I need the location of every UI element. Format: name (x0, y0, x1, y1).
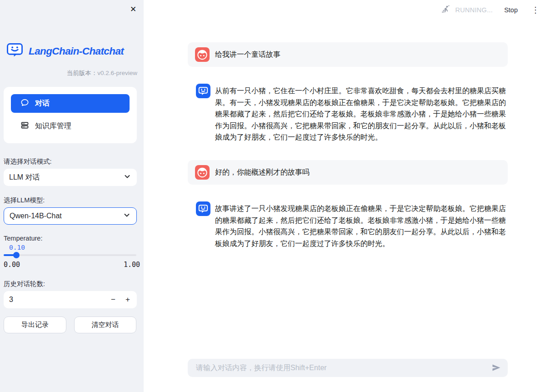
temperature-min: 0.00 (4, 261, 20, 269)
version-label: 当前版本： (67, 70, 98, 76)
user-message: 好的，你能概述刚才的故事吗 (188, 160, 508, 185)
llm-model-label: 选择LLM模型: (4, 196, 45, 205)
history-rounds-label: 历史对话轮数: (4, 280, 45, 288)
dialog-mode-value: LLM 对话 (9, 173, 40, 182)
user-message: 给我讲一个童话故事 (188, 42, 508, 67)
chat-input[interactable] (195, 363, 490, 372)
temperature-label: Temperature: (4, 235, 42, 242)
running-status-text: RUNNING... (455, 6, 493, 14)
increment-button[interactable]: + (120, 291, 135, 308)
chevron-down-icon (123, 172, 131, 182)
history-rounds-input-group: − + (4, 291, 137, 308)
history-rounds-input[interactable] (4, 296, 106, 304)
llm-model-select[interactable]: Qwen-14B-Chat (4, 207, 137, 225)
version-value: v0.2.6-preview (97, 70, 137, 76)
nav-item-dialogue[interactable]: 对话 (11, 94, 130, 113)
kebab-menu-button[interactable]: ⋮ (530, 6, 541, 14)
decrement-button[interactable]: − (106, 291, 120, 308)
export-history-button[interactable]: 导出记录 (4, 317, 66, 333)
nav-item-label: 知识库管理 (35, 121, 71, 131)
dialog-mode-select[interactable]: LLM 对话 (4, 169, 137, 186)
slider-track[interactable] (4, 254, 136, 256)
chat-input-bar (188, 359, 508, 377)
temperature-slider[interactable] (4, 252, 136, 258)
running-man-icon (441, 5, 450, 15)
app-title: LangChain-Chatchat (29, 45, 124, 57)
slider-thumb[interactable] (13, 252, 20, 258)
temperature-value: 0.10 (9, 244, 25, 251)
chat-bubble-icon (20, 98, 29, 109)
chevron-down-icon (123, 211, 131, 221)
message-text: 好的，你能概述刚才的故事吗 (215, 166, 310, 178)
version-info: 当前版本：v0.2.6-preview (67, 69, 137, 77)
header-status-area: RUNNING... Stop ⋮ (441, 0, 541, 20)
stop-button[interactable]: Stop (504, 6, 518, 14)
clear-dialogue-button[interactable]: 清空对话 (74, 317, 136, 333)
llm-model-value: Qwen-14B-Chat (10, 212, 62, 220)
assistant-message: 从前有一只小猪，它住在一个小村庄里。它非常喜欢吃甜食，每天都会去村里的糖果店买糖… (188, 84, 508, 143)
sidebar: ✕ LangChain-Chatchat 当前版本：v0.2.6-preview… (0, 0, 144, 392)
assistant-avatar (196, 201, 210, 216)
chat-bubble-smiley-icon (6, 43, 25, 60)
send-arrow-icon (491, 367, 501, 373)
message-text: 从前有一只小猪，它住在一个小村庄里。它非常喜欢吃甜食，每天都会去村里的糖果店买糖… (215, 85, 506, 143)
temperature-max: 1.00 (124, 261, 140, 269)
send-button[interactable] (490, 362, 502, 373)
user-avatar (195, 165, 210, 180)
user-avatar (195, 47, 210, 62)
close-sidebar-button[interactable]: ✕ (127, 3, 140, 15)
assistant-avatar (196, 84, 210, 98)
assistant-message: 故事讲述了一只小猪发现糖果店的老板娘正在偷糖果，于是它决定帮助老板娘。它把糖果店… (188, 201, 508, 249)
chat-message-list: 给我讲一个童话故事 从前有一只小猪，它住在一个小村庄里。它非常喜欢吃甜食，每天都… (188, 42, 508, 266)
dialog-mode-label: 请选择对话模式: (4, 157, 52, 166)
nav-item-label: 对话 (35, 99, 50, 108)
database-server-icon (20, 121, 29, 131)
message-text: 故事讲述了一只小猪发现糖果店的老板娘正在偷糖果，于是它决定帮助老板娘。它把糖果店… (215, 203, 506, 249)
nav-card: 对话 知识库管理 (4, 87, 137, 143)
nav-item-knowledge-base[interactable]: 知识库管理 (11, 117, 130, 136)
message-text: 给我讲一个童话故事 (215, 49, 280, 60)
app-logo: LangChain-Chatchat (6, 43, 124, 60)
